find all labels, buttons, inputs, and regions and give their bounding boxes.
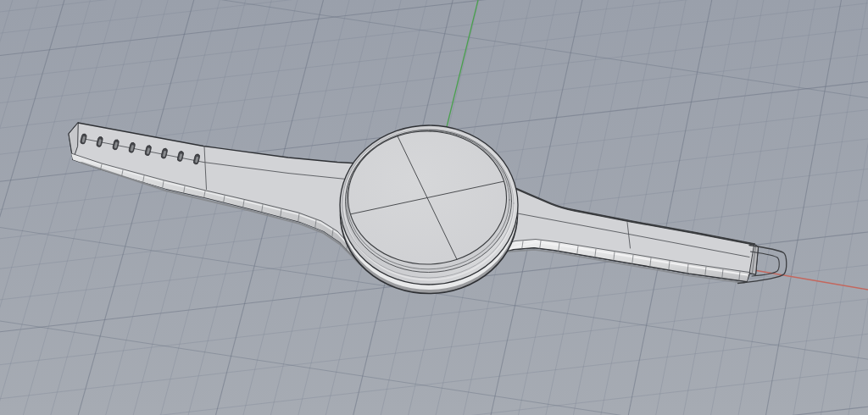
watch-case[interactable] (340, 125, 518, 294)
perspective-view[interactable] (0, 0, 868, 415)
cad-viewport[interactable] (0, 0, 868, 415)
